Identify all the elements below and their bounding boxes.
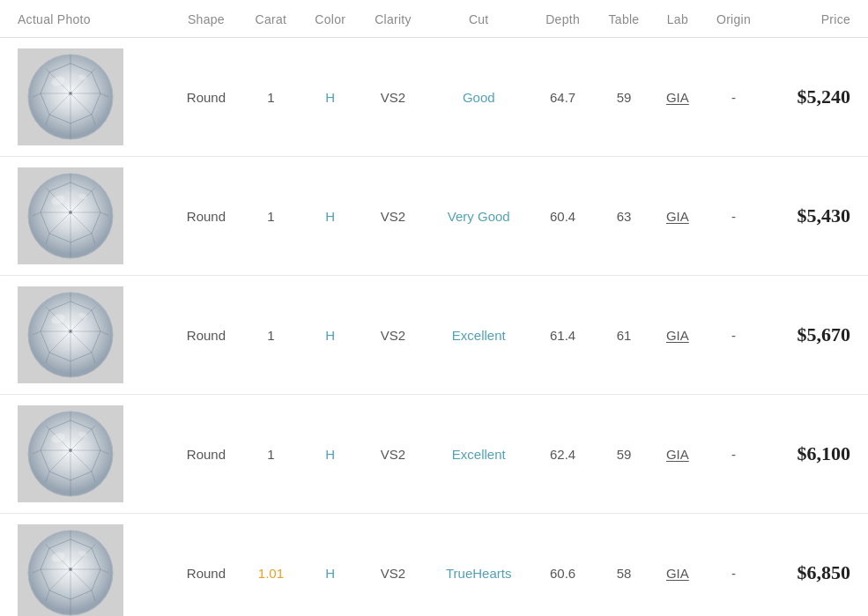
cell-clarity: VS2 — [360, 395, 427, 514]
cell-lab[interactable]: GIA — [653, 276, 701, 395]
cell-price: $6,100 — [766, 395, 868, 514]
table-row: Round1HVS2Excellent61.461GIA-$5,670 — [0, 276, 868, 395]
header-depth: Depth — [531, 0, 595, 38]
cell-origin: - — [701, 276, 765, 395]
cell-lab[interactable]: GIA — [653, 38, 701, 157]
cell-carat: 1 — [241, 157, 300, 276]
cell-origin: - — [701, 38, 765, 157]
cell-lab[interactable]: GIA — [653, 514, 701, 617]
diamond-image[interactable] — [18, 524, 123, 616]
lab-link[interactable]: GIA — [666, 328, 689, 343]
header-origin: Origin — [701, 0, 765, 38]
svg-point-39 — [69, 211, 72, 214]
cell-depth: 60.6 — [531, 514, 595, 617]
svg-point-81 — [69, 449, 72, 452]
cell-shape: Round — [171, 276, 241, 395]
header-lab: Lab — [653, 0, 701, 38]
cell-photo[interactable] — [0, 395, 171, 514]
cell-shape: Round — [171, 38, 241, 157]
cell-photo[interactable] — [0, 38, 171, 157]
diamond-image[interactable] — [18, 167, 123, 264]
cell-cut: Excellent — [427, 395, 531, 514]
diamond-image[interactable] — [18, 286, 123, 383]
cell-depth: 60.4 — [531, 157, 595, 276]
cell-photo[interactable] — [0, 276, 171, 395]
cell-lab[interactable]: GIA — [653, 157, 701, 276]
cell-origin: - — [701, 157, 765, 276]
diamond-table: Actual Photo Shape Carat Color Clarity C… — [0, 0, 868, 616]
cell-cut: TrueHearts — [427, 514, 531, 617]
cell-clarity: VS2 — [360, 276, 427, 395]
diamond-image[interactable] — [18, 48, 123, 145]
cell-price: $5,430 — [766, 157, 868, 276]
cell-color: H — [300, 157, 360, 276]
cell-carat: 1 — [241, 38, 300, 157]
cell-table: 59 — [595, 38, 654, 157]
cell-carat: 1 — [241, 395, 300, 514]
cell-price: $5,240 — [766, 38, 868, 157]
cell-carat: 1.01 — [241, 514, 300, 617]
cell-color: H — [300, 514, 360, 617]
cell-color: H — [300, 38, 360, 157]
cell-clarity: VS2 — [360, 38, 427, 157]
svg-point-60 — [69, 330, 72, 333]
header-color: Color — [300, 0, 360, 38]
lab-link[interactable]: GIA — [666, 209, 689, 224]
cell-cut: Good — [427, 38, 531, 157]
lab-link[interactable]: GIA — [666, 447, 689, 462]
cell-price: $6,850 — [766, 514, 868, 617]
cell-clarity: VS2 — [360, 157, 427, 276]
cell-table: 61 — [595, 276, 654, 395]
cell-price: $5,670 — [766, 276, 868, 395]
lab-link[interactable]: GIA — [666, 566, 689, 581]
cell-origin: - — [701, 395, 765, 514]
cell-table: 59 — [595, 395, 654, 514]
cell-cut: Very Good — [427, 157, 531, 276]
diamond-image[interactable] — [18, 405, 123, 502]
cell-lab[interactable]: GIA — [653, 395, 701, 514]
cell-photo[interactable] — [0, 157, 171, 276]
table-row: Round1HVS2Very Good60.463GIA-$5,430 — [0, 157, 868, 276]
header-clarity: Clarity — [360, 0, 427, 38]
cell-photo[interactable] — [0, 514, 171, 617]
lab-link[interactable]: GIA — [666, 90, 689, 105]
cell-cut: Excellent — [427, 276, 531, 395]
cell-shape: Round — [171, 395, 241, 514]
table-header-row: Actual Photo Shape Carat Color Clarity C… — [0, 0, 868, 38]
svg-point-18 — [69, 92, 72, 95]
header-table: Table — [595, 0, 654, 38]
cell-table: 63 — [595, 157, 654, 276]
header-photo: Actual Photo — [0, 0, 171, 38]
header-price: Price — [766, 0, 868, 38]
header-cut: Cut — [427, 0, 531, 38]
table-row: Round1.01HVS2TrueHearts60.658GIA-$6,850 — [0, 514, 868, 617]
cell-carat: 1 — [241, 276, 300, 395]
cell-shape: Round — [171, 514, 241, 617]
cell-table: 58 — [595, 514, 654, 617]
cell-shape: Round — [171, 157, 241, 276]
table-row: Round1HVS2Excellent62.459GIA-$6,100 — [0, 395, 868, 514]
cell-depth: 62.4 — [531, 395, 595, 514]
cell-depth: 61.4 — [531, 276, 595, 395]
cell-clarity: VS2 — [360, 514, 427, 617]
header-shape: Shape — [171, 0, 241, 38]
cell-origin: - — [701, 514, 765, 617]
cell-color: H — [300, 395, 360, 514]
header-carat: Carat — [241, 0, 300, 38]
cell-color: H — [300, 276, 360, 395]
table-row: Round1HVS2Good64.759GIA-$5,240 — [0, 38, 868, 157]
diamond-table-container: Actual Photo Shape Carat Color Clarity C… — [0, 0, 868, 616]
cell-depth: 64.7 — [531, 38, 595, 157]
svg-point-102 — [69, 568, 72, 571]
